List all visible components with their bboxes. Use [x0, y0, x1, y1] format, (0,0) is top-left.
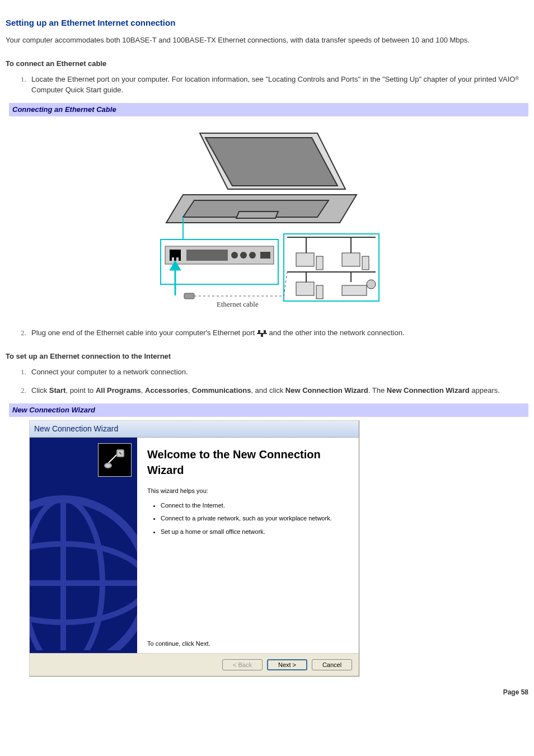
wizard-banner: New Connection Wizard — [6, 403, 528, 417]
svg-rect-30 — [362, 256, 369, 270]
svg-rect-36 — [258, 330, 260, 333]
svg-rect-8 — [170, 250, 181, 261]
next-button[interactable]: Next > — [267, 659, 307, 670]
wizard-bullet-3: Set up a home or small office network. — [161, 528, 349, 536]
step2-pre: Plug one end of the Ethernet cable into … — [31, 328, 257, 337]
setup-step-1: Connect your computer to a network conne… — [28, 367, 528, 377]
setup-internet-heading: To set up an Ethernet connection to the … — [6, 351, 528, 361]
svg-rect-15 — [260, 252, 270, 259]
ethernet-diagram-svg: Ethernet cable — [149, 128, 385, 307]
svg-rect-9 — [172, 257, 174, 261]
ethernet-port-icon — [257, 328, 267, 337]
back-button: < Back — [222, 659, 263, 670]
wizard-bullet-1: Connect to the Internet. — [161, 501, 349, 510]
wizard-helps-you: This wizard helps you: — [147, 487, 349, 495]
svg-point-34 — [367, 280, 376, 289]
svg-rect-32 — [316, 285, 323, 299]
svg-point-12 — [231, 252, 238, 259]
svg-rect-33 — [342, 285, 367, 295]
cancel-button[interactable]: Cancel — [312, 659, 352, 670]
svg-rect-28 — [316, 256, 323, 270]
svg-rect-37 — [264, 330, 266, 333]
setup-step-2: Click Start, point to All Programs, Acce… — [28, 386, 528, 396]
connect-cable-heading: To connect an Ethernet cable — [6, 59, 528, 69]
svg-rect-10 — [176, 257, 179, 261]
registered-mark: ® — [515, 76, 519, 81]
step1-post: Computer Quick Start guide. — [31, 86, 123, 94]
wizard-title-bar: New Connection Wizard — [30, 421, 359, 438]
wizard-dialog: New Connection Wizard — [29, 420, 359, 677]
svg-rect-31 — [296, 282, 314, 295]
step1-pre: Locate the Ethernet port on your compute… — [31, 75, 515, 83]
page-title: Setting up an Ethernet Internet connecti… — [6, 17, 528, 29]
svg-point-14 — [249, 252, 256, 259]
svg-rect-18 — [184, 293, 194, 299]
ethernet-cable-banner: Connecting an Ethernet Cable — [6, 103, 528, 116]
svg-rect-38 — [257, 333, 267, 334]
intro-text: Your computer accommodates both 10BASE-T… — [6, 35, 528, 45]
svg-point-13 — [240, 252, 247, 259]
wizard-bullet-2: Connect to a private network, such as yo… — [161, 514, 349, 523]
svg-rect-27 — [296, 253, 314, 266]
wizard-continue-text: To continue, click Next. — [147, 628, 349, 648]
connect-step-2: Plug one end of the Ethernet cable into … — [28, 328, 528, 338]
svg-rect-11 — [186, 250, 228, 261]
wizard-sidebar — [30, 438, 137, 652]
wizard-heading: Welcome to the New Connection Wizard — [147, 447, 349, 478]
svg-rect-39 — [261, 334, 263, 337]
svg-point-48 — [105, 463, 111, 468]
svg-marker-4 — [236, 212, 278, 218]
page-number: Page 58 — [6, 688, 528, 697]
diagram-caption-text: Ethernet cable — [217, 300, 259, 307]
step2-post: and the other into the network connectio… — [269, 328, 404, 337]
ethernet-diagram: Ethernet cable — [6, 116, 528, 323]
connection-icon — [98, 443, 132, 477]
connect-step-1: Locate the Ethernet port on your compute… — [28, 74, 528, 95]
svg-rect-29 — [342, 253, 360, 266]
